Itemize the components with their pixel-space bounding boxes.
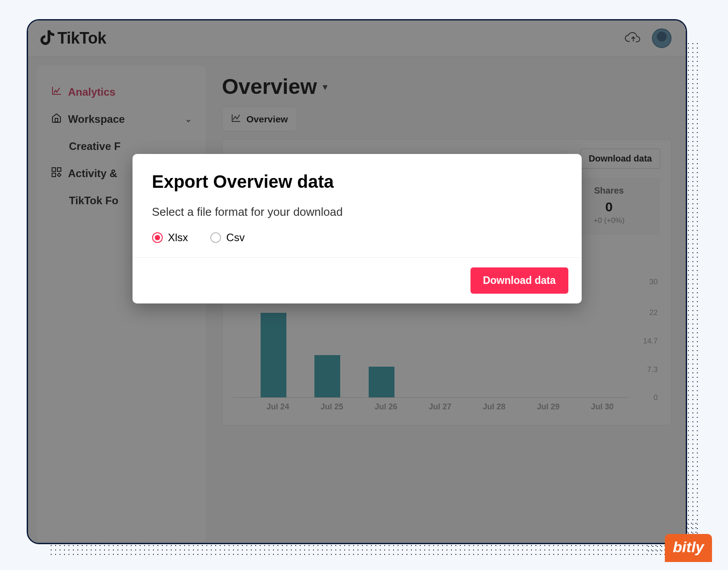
app-window: TikTok Analytics bbox=[27, 19, 687, 544]
export-modal: Export Overview data Select a file forma… bbox=[133, 154, 582, 303]
radio-label: Xlsx bbox=[168, 231, 188, 244]
format-radios: Xlsx Csv bbox=[152, 231, 562, 244]
bitly-badge: bitly bbox=[665, 534, 712, 562]
modal-subtitle: Select a file format for your download bbox=[152, 205, 562, 219]
download-data-button[interactable]: Download data bbox=[471, 267, 568, 294]
radio-csv[interactable]: Csv bbox=[210, 231, 245, 244]
modal-overlay[interactable]: Export Overview data Select a file forma… bbox=[28, 20, 686, 543]
radio-icon bbox=[152, 232, 163, 243]
modal-title: Export Overview data bbox=[152, 172, 562, 192]
radio-icon bbox=[210, 232, 221, 243]
radio-xlsx[interactable]: Xlsx bbox=[152, 231, 188, 244]
radio-label: Csv bbox=[226, 231, 245, 244]
